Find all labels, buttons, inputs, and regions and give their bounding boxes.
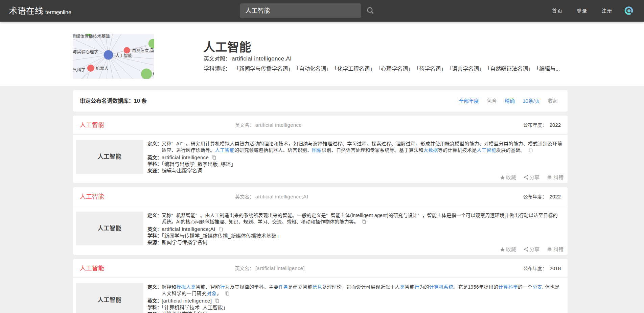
svg-text:机器人: 机器人 (96, 66, 109, 71)
svg-text:气科学: 气科学 (73, 67, 86, 72)
svg-text:再测信度,重测: 再测信度,重测 (132, 48, 154, 53)
svg-text:过: 过 (153, 72, 154, 76)
svg-text:新媒体传播技术基础: 新媒体传播技术基础 (73, 34, 110, 39)
svg-text:人工智能: 人工智能 (115, 53, 133, 58)
svg-text:与实验心理学: 与实验心理学 (73, 49, 98, 54)
